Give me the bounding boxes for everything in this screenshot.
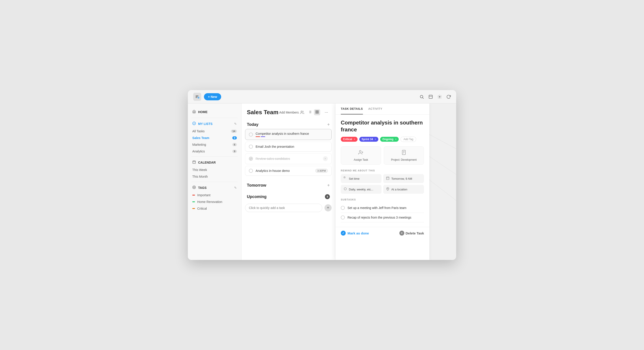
task-item-2[interactable]: Email Josh the presentation (245, 142, 332, 152)
refresh-button[interactable] (446, 94, 451, 99)
task-4-checkbox[interactable] (249, 169, 253, 173)
my-lists-icon (192, 122, 196, 126)
add-tag-label: Add Tag (404, 138, 413, 141)
new-button[interactable]: + New (204, 93, 221, 100)
svg-rect-31 (317, 111, 318, 112)
mark-done-label: Mark as done (348, 231, 369, 235)
my-lists-header[interactable]: MY LISTS ✎ (188, 120, 241, 128)
mark-done-button[interactable]: ✓ Mark as done (341, 231, 369, 236)
more-options-icon: ··· (325, 110, 328, 114)
sidebar-item-sales-team[interactable]: Sales Team 9 (190, 135, 240, 141)
tag-sprint[interactable]: Sprint 34 × (359, 137, 378, 142)
all-tasks-label: All Tasks (192, 129, 231, 133)
quick-add-submit-button[interactable] (324, 204, 332, 211)
svg-rect-38 (402, 150, 406, 155)
svg-rect-2 (196, 97, 197, 98)
task-panel-header: Sales Team Add Members (242, 103, 335, 119)
tag-ongoing-close[interactable]: × (395, 138, 396, 141)
subtasks-list: Set up a meeting with Jeff from Paris te… (341, 203, 424, 222)
new-label: + New (208, 95, 217, 99)
remind-tomorrow[interactable]: Tomorrow, 9 AM (383, 174, 424, 183)
more-options-button[interactable]: ··· (323, 109, 330, 116)
tag-critical[interactable]: Critical × (341, 137, 358, 142)
subtask-2-text: Recap of rejects from the previous 3 mee… (348, 216, 412, 219)
tab-task-details[interactable]: TASK DETAILS (341, 103, 363, 114)
tag-sprint-close[interactable]: × (374, 138, 376, 141)
tags-header[interactable]: TAGS ✎ (188, 184, 241, 192)
task-panel: Sales Team Add Members (242, 103, 336, 260)
tags-edit-icon[interactable]: ✎ (234, 186, 237, 190)
divider-1 (192, 118, 238, 118)
assign-task-label: Assign Task (354, 158, 368, 161)
add-members-button[interactable]: Add Members (279, 110, 304, 114)
sales-team-label: Sales Team (192, 136, 232, 140)
settings-button[interactable] (438, 94, 442, 99)
sidebar-calendar-items: This Week This Month (188, 167, 241, 180)
top-bar-left: + New (193, 93, 221, 101)
task-item-3[interactable]: Review sales candidates × (245, 153, 332, 164)
my-lists-edit-icon[interactable]: ✎ (234, 122, 237, 126)
analytics-count: 9 (232, 150, 237, 153)
today-add-button[interactable]: + (327, 122, 330, 127)
sidebar-tag-home-renovation[interactable]: Home Renovation (190, 198, 240, 205)
window-button[interactable] (428, 94, 433, 99)
sidebar-tag-critical[interactable]: Critical (190, 205, 240, 212)
task-3-close-button[interactable]: × (323, 156, 328, 161)
sidebar-item-all-tasks[interactable]: All Tasks 14 (190, 128, 240, 135)
tomorrow-add-button[interactable]: + (327, 183, 330, 188)
tags-icon (192, 186, 196, 190)
sidebar-home[interactable]: HOME (188, 108, 241, 116)
svg-point-23 (301, 111, 302, 112)
tab-task-details-label: TASK DETAILS (341, 107, 363, 110)
tag-ongoing[interactable]: Ongoing × (380, 137, 399, 142)
sidebar-item-analytics[interactable]: Analytics 9 (190, 148, 240, 155)
list-view-button[interactable] (307, 109, 313, 115)
delete-task-button[interactable]: × Delete Task (399, 231, 424, 236)
subtask-2[interactable]: Recap of rejects from the previous 3 mee… (341, 213, 424, 222)
subtask-1-checkbox[interactable] (341, 206, 345, 210)
quick-add-input[interactable] (245, 204, 322, 212)
remind-set-time[interactable]: Set time (341, 174, 382, 183)
task-4-tag: 3:30PM (315, 169, 328, 173)
remind-recurring[interactable]: Daily, weekly, etc... (341, 185, 382, 194)
task-item-1[interactable]: Competitor analysis in southern france (245, 129, 332, 140)
action-cards: Assign Task Project: (341, 146, 424, 165)
subtasks-section-label: SUBTASKS (341, 198, 424, 201)
sidebar-tag-important[interactable]: Important (190, 192, 240, 198)
calendar-header[interactable]: CALENDAR (188, 158, 241, 167)
sidebar-item-this-week[interactable]: This Week (190, 167, 240, 173)
subtask-2-checkbox[interactable] (341, 215, 345, 220)
task-3-checkbox[interactable] (249, 157, 253, 161)
task-1-underline-purple (261, 136, 265, 137)
tab-activity-label: ACTIVITY (368, 107, 382, 110)
delete-icon: × (399, 231, 404, 236)
tag-critical-close[interactable]: × (354, 138, 355, 141)
marketing-label: Marketing (192, 143, 232, 146)
upcoming-title: Upcoming (247, 194, 266, 199)
sidebar-item-this-month[interactable]: This Month (190, 173, 240, 180)
sidebar-section-mylists: MY LISTS ✎ All Tasks 14 Sales Team 9 Mar… (188, 120, 241, 155)
task-1-checkbox[interactable] (249, 133, 253, 137)
view-toggle (307, 109, 320, 115)
tab-activity[interactable]: ACTIVITY (368, 103, 382, 114)
tag-critical-label: Critical (343, 138, 352, 141)
task-1-underline-red (256, 136, 260, 137)
project-card[interactable]: Project: Development (384, 146, 424, 165)
search-button[interactable] (420, 94, 424, 99)
assign-task-card[interactable]: Assign Task (341, 146, 381, 165)
svg-point-9 (439, 96, 440, 97)
critical-dot (192, 208, 195, 209)
svg-point-3 (198, 97, 199, 98)
add-tag-button[interactable]: Add Tag (400, 137, 416, 142)
svg-line-6 (422, 97, 424, 99)
subtask-1[interactable]: Set up a meeting with Jeff from Paris te… (341, 203, 424, 213)
remind-location[interactable]: At a location (383, 185, 424, 194)
sidebar-item-marketing[interactable]: Marketing 6 (190, 141, 240, 148)
task-2-checkbox[interactable] (249, 145, 253, 149)
home-renovation-label: Home Renovation (197, 200, 237, 204)
logo-button[interactable] (193, 93, 201, 101)
sidebar-section-tags: TAGS ✎ Important Home Renovation Critica… (188, 184, 241, 212)
grid-view-button[interactable] (314, 109, 320, 115)
task-item-4[interactable]: Analytics in-house demo 3:30PM (245, 166, 332, 176)
calendar-icon (192, 160, 196, 165)
